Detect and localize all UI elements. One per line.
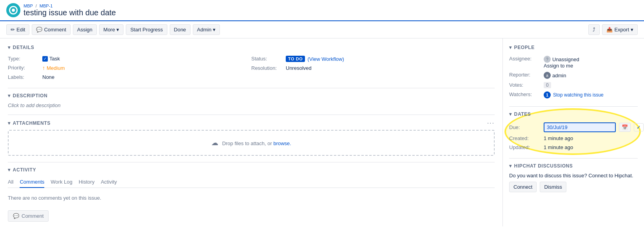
chevron-down-icon: ▾ — [8, 167, 11, 173]
resolution-label: Resolution: — [251, 65, 283, 71]
labels-value: None — [42, 74, 54, 80]
top-bar: MBP / MBP-1 testing issue with due date — [0, 0, 644, 21]
divider-3 — [8, 162, 495, 162]
hipchat-section-header[interactable]: ▾ Hipchat discussions — [509, 163, 638, 169]
start-progress-button[interactable]: Start Progress — [126, 24, 167, 35]
watchers-value: 1 Stop watching this issue — [544, 91, 604, 98]
view-workflow-link[interactable]: (View Workflow) — [307, 56, 344, 62]
edit-button[interactable]: ✏ Edit — [6, 24, 29, 35]
hipchat-dismiss-button[interactable]: Dismiss — [540, 182, 566, 192]
updated-value: 1 minute ago — [544, 144, 573, 150]
watchers-label: Watchers: — [509, 91, 541, 97]
attachments-section-header[interactable]: ▾ Attachments — [8, 120, 51, 126]
created-label: Created: — [509, 135, 541, 141]
assign-to-me-link[interactable]: Assign to me — [544, 63, 573, 69]
hipchat-text: Do you want to discuss this issue? Conne… — [509, 173, 638, 179]
updated-row: Updated: 1 minute ago — [509, 143, 638, 152]
attachments-header-row: ▾ Attachments ··· — [8, 120, 495, 127]
people-section-header[interactable]: ▾ People — [509, 45, 638, 50]
tab-comments[interactable]: Comments — [20, 177, 44, 188]
updated-label: Updated: — [509, 144, 541, 150]
votes-label: Votes: — [509, 82, 541, 88]
reporter-value: a admin — [544, 72, 566, 79]
attachments-section: ▾ Attachments ··· ☁ Drop files to attach… — [8, 120, 495, 156]
assignee-label: Assignee: — [509, 56, 541, 62]
due-date-input[interactable] — [544, 122, 616, 132]
chevron-down-icon: ▾ — [8, 93, 11, 98]
breadcrumb-issue-link[interactable]: MBP-1 — [40, 4, 53, 8]
admin-button[interactable]: Admin ▾ — [193, 24, 220, 35]
chevron-down-icon: ▾ — [8, 120, 11, 126]
dates-section-header[interactable]: ▾ Dates — [509, 111, 638, 117]
attachments-more-button[interactable]: ··· — [487, 120, 495, 127]
breadcrumb-path: MBP / MBP-1 — [24, 4, 116, 8]
browse-link[interactable]: browse. — [273, 140, 291, 146]
comment-icon: 💬 — [13, 213, 19, 219]
main-content: ▾ Details Type: ✓ Task Priority: — [0, 38, 644, 226]
assignee-value: ? Unassigned Assign to me — [544, 56, 579, 69]
activity-section: ▾ Activity All Comments Work Log History… — [8, 167, 495, 204]
reporter-row: Reporter: a admin — [509, 70, 638, 80]
chevron-down-icon: ▾ — [8, 45, 11, 50]
tab-all[interactable]: All — [8, 177, 13, 188]
export-button[interactable]: 📤 Export ▾ — [602, 24, 638, 35]
page-title: testing issue with due date — [24, 8, 116, 17]
priority-row: Priority: ↑ Medium — [8, 63, 251, 73]
tab-worklog[interactable]: Work Log — [51, 177, 72, 188]
done-button[interactable]: Done — [170, 24, 190, 35]
status-value: TO DO (View Workflow) — [286, 56, 344, 62]
details-section: ▾ Details Type: ✓ Task Priority: — [8, 45, 495, 82]
activity-tabs: All Comments Work Log History Activity — [8, 177, 495, 188]
calendar-icon-button[interactable]: 📅 — [619, 123, 631, 132]
no-comments-text: There are no comments yet on this issue. — [8, 192, 495, 204]
comment-button[interactable]: 💬 Comment — [32, 24, 70, 35]
breadcrumb-project-link[interactable]: MBP — [24, 4, 33, 8]
task-checkbox-icon: ✓ — [42, 56, 48, 62]
labels-row: Labels: None — [8, 73, 251, 82]
type-label: Type: — [8, 56, 39, 62]
activity-section-header[interactable]: ▾ Activity — [8, 167, 495, 173]
export-icon: 📤 — [606, 27, 613, 33]
watchers-count-badge: 1 — [544, 91, 551, 98]
hipchat-connect-button[interactable]: Connect — [509, 182, 537, 192]
description-section: ▾ Description Click to add description — [8, 93, 495, 108]
toolbar: ✏ Edit 💬 Comment Assign More ▾ Start Pro… — [0, 21, 644, 38]
drop-zone[interactable]: ☁ Drop files to attach, or browse. — [8, 130, 495, 156]
stop-watching-link[interactable]: Stop watching this issue — [553, 92, 604, 98]
due-date-confirm-button[interactable]: ✓ — [634, 123, 644, 131]
description-placeholder[interactable]: Click to add description — [8, 102, 495, 108]
resolution-row: Resolution: Unresolved — [251, 64, 495, 73]
share-icon: ⤴ — [593, 27, 595, 33]
reporter-avatar: a — [544, 72, 551, 79]
divider-right-2 — [509, 158, 638, 158]
tab-history[interactable]: History — [79, 177, 94, 188]
created-value: 1 minute ago — [544, 135, 573, 141]
assignee-avatar: ? — [544, 56, 551, 63]
hipchat-buttons: Connect Dismiss — [509, 182, 638, 192]
due-date-actions: ✓ ✕ — [634, 123, 644, 131]
chevron-down-icon: ▾ — [509, 111, 512, 117]
tab-activity[interactable]: Activity — [101, 177, 117, 188]
app-logo[interactable] — [6, 3, 20, 17]
share-button[interactable]: ⤴ — [588, 24, 600, 35]
status-badge: TO DO — [286, 56, 305, 62]
assign-button[interactable]: Assign — [73, 24, 97, 35]
details-section-header[interactable]: ▾ Details — [8, 45, 495, 50]
type-row: Type: ✓ Task — [8, 54, 251, 63]
priority-label: Priority: — [8, 65, 39, 71]
priority-arrow-icon: ↑ — [42, 65, 45, 71]
add-comment-button[interactable]: 💬 Comment — [8, 210, 49, 222]
watchers-row: Watchers: 1 Stop watching this issue — [509, 90, 638, 100]
created-row: Created: 1 minute ago — [509, 134, 638, 143]
due-date-row: Due: 📅 ✓ ✕ — [509, 121, 638, 134]
status-row: Status: TO DO (View Workflow) — [251, 54, 495, 64]
dates-section-wrapper: ▾ Dates Due: 📅 ✓ ✕ Created: 1 minute ago — [509, 111, 638, 152]
divider-2 — [8, 115, 495, 115]
hipchat-section: ▾ Hipchat discussions Do you want to dis… — [509, 163, 638, 192]
description-section-header[interactable]: ▾ Description — [8, 93, 495, 98]
toolbar-right: ⤴ 📤 Export ▾ — [588, 24, 638, 35]
more-button[interactable]: More ▾ — [99, 24, 124, 35]
labels-label: Labels: — [8, 74, 39, 80]
right-panel: ▾ People Assignee: ? Unassigned Assign t… — [503, 38, 644, 226]
toolbar-left: ✏ Edit 💬 Comment Assign More ▾ Start Pro… — [6, 24, 220, 35]
